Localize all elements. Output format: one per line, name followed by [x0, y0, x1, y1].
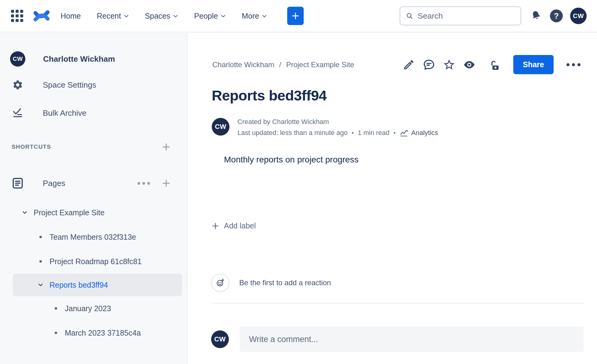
analytics-label: Analytics: [411, 129, 438, 137]
top-navigation-bar: Home Recent Spaces People More: [0, 0, 597, 32]
bullet-icon: [36, 236, 45, 238]
nav-recent[interactable]: Recent: [97, 12, 129, 20]
confluence-logo-icon[interactable]: [33, 8, 50, 24]
pages-icon: [11, 177, 25, 190]
reaction-prompt-text: Be the first to add a reaction: [239, 278, 331, 287]
nav-people[interactable]: People: [194, 12, 226, 20]
breadcrumb-separator: /: [279, 60, 281, 69]
help-glyph: ?: [554, 11, 559, 21]
tree-item-label: Project Roadmap 61c8fc81: [49, 257, 142, 266]
add-reaction-button[interactable]: [211, 274, 229, 292]
nav-recent-label: Recent: [97, 12, 121, 20]
reaction-row: Be the first to add a reaction: [211, 274, 584, 292]
nav-spaces-label: Spaces: [145, 12, 170, 20]
space-header[interactable]: CW Charlotte Wickham: [0, 33, 187, 67]
primary-nav: Home Recent Spaces People More: [60, 12, 267, 20]
sidebar-item-bulk-archive[interactable]: Bulk Archive: [0, 103, 187, 123]
tree-item-reports-selected[interactable]: Reports bed3ff94: [13, 274, 182, 296]
space-sidebar: CW Charlotte Wickham Space Settings Bulk…: [0, 33, 187, 364]
help-icon[interactable]: ?: [550, 9, 563, 22]
space-name: Charlotte Wickham: [43, 54, 115, 64]
unlock-restrictions-icon[interactable]: [486, 57, 502, 73]
nav-spaces[interactable]: Spaces: [145, 12, 178, 20]
comment-input[interactable]: [249, 335, 574, 344]
commenter-avatar-initials: CW: [214, 335, 226, 343]
byline: CW Created by Charlotte Wickham Last upd…: [212, 118, 584, 137]
chevron-down-icon: [221, 13, 226, 19]
nav-home[interactable]: Home: [60, 12, 81, 20]
tree-item-team-members[interactable]: Team Members 032f313e: [0, 225, 187, 249]
bulk-archive-icon: [11, 107, 24, 118]
sidebar-item-label: Space Settings: [43, 80, 96, 90]
confluence-app: Home Recent Spaces People More: [0, 0, 597, 364]
plus-icon: [291, 12, 300, 20]
edit-pencil-icon[interactable]: [401, 57, 417, 73]
page-content: Charlotte Wickham / Project Example Site: [188, 33, 597, 364]
byline-meta: Last updated: less than a minute ago • 1…: [237, 129, 438, 137]
byline-text: Created by Charlotte Wickham Last update…: [237, 118, 438, 137]
star-favorite-icon[interactable]: [441, 57, 457, 73]
pages-label: Pages: [43, 179, 137, 188]
tree-item-label: Reports bed3ff94: [49, 281, 108, 289]
avatar-initials: CW: [573, 12, 584, 20]
chevron-down-icon: [173, 13, 178, 19]
dot-separator: •: [394, 129, 396, 136]
share-button[interactable]: Share: [513, 55, 554, 74]
analytics-chart-icon: [400, 129, 408, 137]
breadcrumb-parent-link[interactable]: Project Example Site: [286, 60, 354, 69]
notifications-bell-icon[interactable]: [529, 9, 543, 23]
author-avatar[interactable]: CW: [212, 118, 229, 136]
last-updated-text[interactable]: Last updated: less than a minute ago: [237, 129, 348, 137]
user-avatar[interactable]: CW: [570, 8, 587, 24]
bullet-icon: [51, 332, 60, 334]
page-body-text: Monthly reports on project progress: [224, 155, 584, 165]
chevron-down-icon[interactable]: [20, 209, 29, 216]
comment-bubble-icon[interactable]: [421, 57, 437, 73]
create-button[interactable]: [287, 7, 304, 25]
watch-eye-icon[interactable]: [461, 57, 477, 73]
page-title: Reports bed3ff94: [212, 87, 584, 104]
nav-more-label: More: [242, 12, 259, 20]
emoji-add-icon: [216, 278, 225, 287]
sidebar-item-space-settings[interactable]: Space Settings: [0, 75, 187, 95]
content-header: Charlotte Wickham / Project Example Site: [212, 55, 584, 74]
dot-separator: •: [352, 129, 354, 136]
space-avatar-initials: CW: [13, 56, 23, 62]
tree-item-march-2023[interactable]: March 2023 37185c4a: [0, 321, 187, 345]
add-shortcut-plus-icon[interactable]: [162, 142, 171, 151]
chevron-down-icon: [124, 13, 129, 19]
analytics-link[interactable]: Analytics: [400, 129, 438, 137]
comment-row: CW: [211, 327, 584, 352]
more-actions-icon[interactable]: [563, 60, 584, 69]
tree-item-label: March 2023 37185c4a: [65, 329, 141, 337]
tree-item-label: Project Example Site: [34, 208, 104, 217]
comment-input-box[interactable]: [240, 327, 584, 352]
tree-item-january-2023[interactable]: January 2023: [0, 296, 187, 321]
bullet-icon: [36, 260, 45, 263]
breadcrumb-space-link[interactable]: Charlotte Wickham: [212, 60, 274, 69]
add-label-text: Add label: [224, 221, 256, 230]
chevron-down-icon[interactable]: [36, 282, 45, 288]
chevron-down-icon: [262, 13, 267, 19]
comments-divider: [211, 303, 584, 304]
nav-more[interactable]: More: [242, 12, 267, 20]
nav-people-label: People: [194, 12, 218, 20]
tree-item-project-example-site[interactable]: Project Example Site: [0, 200, 187, 225]
add-label-button[interactable]: Add label: [211, 221, 256, 230]
plus-icon: [211, 222, 220, 230]
author-avatar-initials: CW: [215, 123, 226, 131]
sidebar-item-label: Bulk Archive: [43, 108, 86, 118]
page-actions: Share: [401, 55, 584, 74]
gear-icon: [11, 79, 24, 90]
app-switcher-icon[interactable]: [10, 9, 24, 23]
search-box[interactable]: [400, 6, 521, 25]
created-by-text[interactable]: Created by Charlotte Wickham: [237, 118, 438, 126]
tree-item-project-roadmap[interactable]: Project Roadmap 61c8fc81: [0, 249, 187, 274]
pages-section-header[interactable]: Pages: [0, 175, 187, 192]
pages-more-icon[interactable]: [137, 182, 150, 185]
search-icon: [406, 12, 413, 20]
shortcuts-section-header: SHORTCUTS: [0, 142, 187, 151]
add-page-plus-icon[interactable]: [162, 179, 171, 188]
search-input[interactable]: [418, 11, 515, 21]
commenter-avatar: CW: [211, 330, 229, 348]
